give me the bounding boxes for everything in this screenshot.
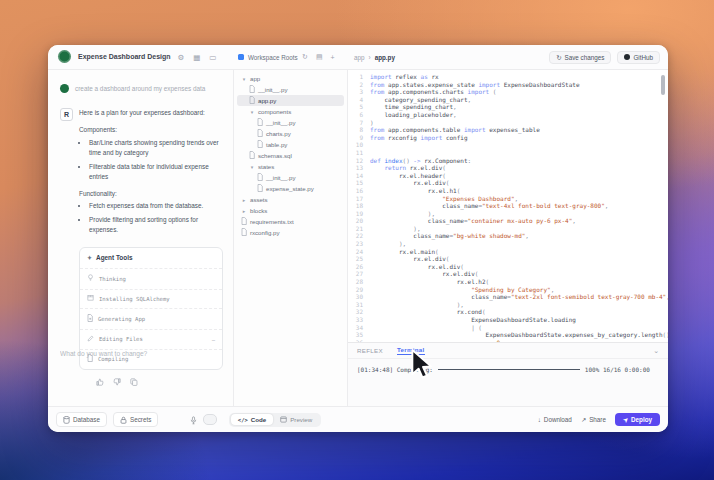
plan-bullet: Fetch expenses data from the database. [89, 201, 225, 211]
line-number: 30 [348, 293, 363, 301]
share-icon: ↗ [581, 416, 586, 423]
code-line: 23 ), [348, 240, 668, 248]
tree-item-states[interactable]: ▾states [237, 161, 344, 172]
line-number: 3 [348, 88, 363, 96]
agent-tools-header[interactable]: ✦ Agent Tools [80, 248, 222, 268]
tree-item--init-py[interactable]: __init__.py [237, 172, 344, 183]
save-changes-button[interactable]: ↻ Save changes [549, 51, 611, 64]
code-line: 25 rx.el.div( [348, 255, 668, 263]
tree-item--init-py[interactable]: __init__.py [237, 84, 344, 95]
code-line: 6 loading_placeholder, [348, 111, 668, 119]
line-number: 1 [348, 73, 363, 81]
code-editor[interactable]: 1import reflex as rx2from app.states.exp… [348, 70, 668, 343]
tab-reflex[interactable]: REFLEX [357, 347, 383, 354]
file-plus-icon [87, 314, 93, 325]
tree-item-app[interactable]: ▾app [237, 73, 344, 84]
line-number: 24 [348, 248, 363, 256]
github-button[interactable]: GitHub [617, 51, 660, 64]
code-line: 15 rx.el.div( [348, 179, 668, 187]
agent-tool-row: Generating App [80, 308, 222, 329]
status-badge [203, 414, 217, 425]
tree-item-requirements-txt[interactable]: requirements.txt [237, 216, 344, 227]
line-number: 16 [348, 187, 363, 195]
new-folder-icon[interactable]: ▤ [316, 53, 323, 61]
download-button[interactable]: ↓ Download [538, 416, 572, 423]
file-icon [249, 151, 255, 160]
layout-icon[interactable]: ▦ [193, 53, 200, 62]
line-number: 31 [348, 301, 363, 309]
terminal-log-suffix: 100% 16/16 0:00:00 [585, 366, 650, 373]
repl-panel: REFLEX Terminal ⌄ [01:34:48] Compiling: … [348, 342, 668, 406]
line-number: 34 [348, 324, 363, 332]
assistant-sections: Components:Bar/Line charts showing spend… [79, 125, 225, 235]
code-line: 27 rx.el.div( [348, 270, 668, 278]
breadcrumb-file[interactable]: app.py [375, 54, 395, 61]
chat-icon[interactable]: ▭ [209, 53, 216, 62]
tree-item-charts-py[interactable]: charts.py [237, 128, 344, 139]
assistant-intro: Here is a plan for your expenses dashboa… [79, 108, 225, 118]
download-icon: ↓ [538, 416, 541, 423]
user-message: create a dashboard around my expenses da… [60, 84, 225, 93]
refresh-icon[interactable]: ↻ [302, 53, 308, 61]
code-line: 24 rx.el.main( [348, 248, 668, 256]
code-icon: </> [238, 417, 248, 423]
app-logo-icon [58, 50, 71, 63]
collapse-icon[interactable]: ‹ [166, 53, 169, 62]
tab-code[interactable]: </> Code [231, 414, 273, 425]
share-button[interactable]: ↗ Share [581, 416, 606, 423]
new-file-icon[interactable]: + [331, 54, 335, 61]
deploy-button[interactable]: ➤ Deploy [615, 413, 660, 426]
microphone-icon[interactable] [190, 411, 197, 429]
breadcrumb-root[interactable]: app [354, 54, 365, 61]
refresh-icon: ↻ [556, 54, 561, 61]
tree-item-blocks[interactable]: ▸blocks [237, 205, 344, 216]
file-icon [249, 96, 255, 105]
workspace-icon [238, 54, 244, 60]
line-number: 7 [348, 119, 363, 127]
file-icon [257, 173, 263, 182]
tree-item-expense-state-py[interactable]: expense_state.py [237, 183, 344, 194]
tree-item-assets[interactable]: ▸assets [237, 194, 344, 205]
database-button[interactable]: Database [56, 412, 107, 427]
agent-tool-row: Installing SQLAlchemy [80, 289, 222, 309]
plan-bullet: Bar/Line charts showing spending trends … [89, 138, 225, 158]
code-line: 9from rxconfig import config [348, 134, 668, 142]
plan-bullet: Filterable data table for individual exp… [89, 162, 225, 182]
tree-item-schemas-sql[interactable]: schemas.sql [237, 150, 344, 161]
file-icon [257, 118, 263, 127]
user-avatar [60, 84, 69, 93]
tree-item-table-py[interactable]: table.py [237, 139, 344, 150]
compile-progress-bar [438, 369, 580, 370]
tree-item-components[interactable]: ▾components [237, 106, 344, 117]
mouse-cursor [409, 349, 435, 383]
code-line: 35 ExpenseDashboardState.expenses_by_cat… [348, 331, 668, 339]
tree-item-app-py[interactable]: app.py [237, 95, 344, 106]
code-line: 20 class_name="container mx-auto py-6 px… [348, 217, 668, 225]
code-line: 32 rx.cond( [348, 308, 668, 316]
tree-item--init-py[interactable]: __init__.py [237, 117, 344, 128]
code-line: 17 "Expenses Dashboard", [348, 195, 668, 203]
chat-input[interactable] [60, 350, 227, 402]
code-line: 8from app.components.table import expens… [348, 126, 668, 134]
secrets-button[interactable]: Secrets [113, 412, 158, 427]
line-number: 33 [348, 316, 363, 324]
code-line: 5 time_spending_chart, [348, 103, 668, 111]
line-number: 15 [348, 179, 363, 187]
tab-preview[interactable]: Preview [273, 414, 319, 425]
breadcrumb-separator: › [369, 54, 371, 61]
file-icon [241, 217, 247, 226]
settings-icon[interactable]: ⚙ [178, 53, 185, 62]
code-line: 12def index() -> rx.Component: [348, 157, 668, 165]
line-number: 35 [348, 331, 363, 339]
line-number: 25 [348, 255, 363, 263]
line-number: 17 [348, 195, 363, 203]
line-number: 10 [348, 141, 363, 149]
editor-panel: 1import reflex as rx2from app.states.exp… [348, 70, 668, 406]
tree-item-rxconfig-py[interactable]: rxconfig.py [237, 227, 344, 238]
code-line: 11 [348, 149, 668, 157]
line-number: 28 [348, 278, 363, 286]
chevron-down-icon[interactable]: ⌄ [653, 347, 659, 355]
agent-tool-row: Thinking [80, 268, 222, 289]
code-line: 3from app.components.charts import ( [348, 88, 668, 96]
editor-scrollbar[interactable] [661, 75, 665, 95]
